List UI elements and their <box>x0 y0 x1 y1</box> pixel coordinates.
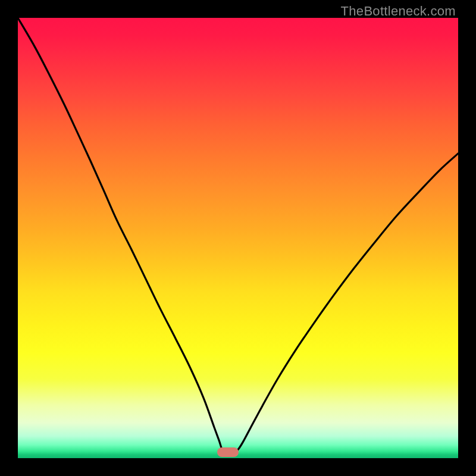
plot-area <box>18 18 458 458</box>
curve-svg <box>18 18 458 458</box>
bottleneck-curve <box>18 18 458 452</box>
optimal-marker <box>217 447 239 457</box>
watermark-text: TheBottleneck.com <box>341 4 456 19</box>
chart-frame: TheBottleneck.com <box>0 0 476 476</box>
